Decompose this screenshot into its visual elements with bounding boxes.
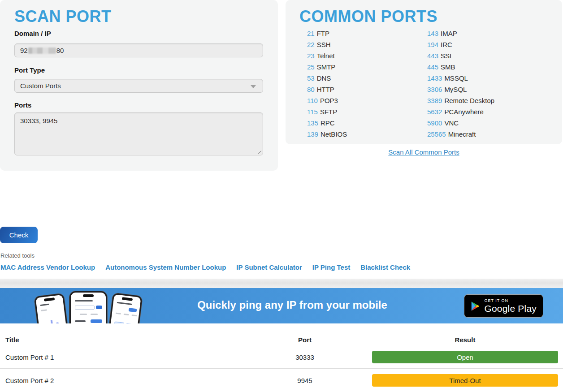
port-number: 135	[307, 119, 318, 127]
google-play-get-it-on: GET IT ON	[484, 298, 537, 303]
phone-mockup-left	[34, 293, 72, 323]
common-ports-panel: COMMON PORTS 21FTP 22SSH 23Telnet 25SMTP…	[286, 0, 562, 144]
google-play-label: Google Play	[484, 303, 537, 314]
result-port: 30333	[247, 353, 363, 361]
scan-results-table: Title Port Result Custom Port # 1 30333 …	[0, 333, 563, 392]
port-name: POP3	[320, 97, 338, 104]
port-item-mssql[interactable]: 1433MSSQL	[427, 73, 494, 84]
port-type-selected-value: Custom Ports	[20, 82, 61, 90]
port-number: 143	[427, 30, 438, 37]
port-item-pop3[interactable]: 110POP3	[307, 95, 347, 106]
phone-mockups-image	[27, 290, 148, 323]
port-name: Telnet	[317, 52, 335, 60]
banner-headline: Quickly ping any IP from your mobile	[197, 299, 387, 311]
section-divider	[0, 279, 563, 288]
related-tools-heading: Related tools	[0, 252, 35, 259]
results-header-row: Title Port Result	[0, 333, 563, 346]
port-name: Minecraft	[448, 130, 476, 138]
port-item-http[interactable]: 80HTTP	[307, 84, 347, 95]
port-item-sftp[interactable]: 115SFTP	[307, 106, 347, 117]
port-name: SSH	[317, 41, 331, 48]
ports-label: Ports	[14, 101, 31, 109]
port-name: SMTP	[317, 63, 336, 71]
port-type-label: Port Type	[14, 66, 45, 74]
ports-textarea[interactable]: 30333, 9945	[14, 112, 263, 155]
port-number: 22	[307, 41, 315, 48]
port-item-smb[interactable]: 445SMB	[427, 61, 494, 73]
port-name: SSL	[441, 52, 453, 60]
link-mac-address-vendor-lookup[interactable]: MAC Address Vendor Lookup	[0, 263, 95, 271]
port-number: 3389	[427, 97, 442, 104]
check-button[interactable]: Check	[0, 227, 38, 243]
port-name: IRC	[441, 41, 452, 48]
result-row-1: Custom Port # 1 30333 Open	[0, 346, 563, 369]
port-item-rpc[interactable]: 135RPC	[307, 117, 347, 129]
google-play-text: GET IT ON Google Play	[484, 298, 537, 314]
port-name: IMAP	[441, 30, 457, 37]
port-name: SFTP	[320, 108, 337, 116]
port-item-dns[interactable]: 53DNS	[307, 73, 347, 84]
google-play-icon	[471, 299, 479, 314]
domain-ip-input[interactable]: 9280	[14, 43, 263, 57]
masked-ip-segment	[28, 47, 56, 54]
port-number: 115	[307, 108, 318, 116]
port-item-vnc[interactable]: 5900VNC	[427, 117, 494, 129]
port-item-imap[interactable]: 143IMAP	[427, 28, 494, 39]
port-item-irc[interactable]: 194IRC	[427, 39, 494, 50]
link-ip-subnet-calculator[interactable]: IP Subnet Calculator	[236, 263, 302, 271]
status-badge-open: Open	[372, 351, 558, 363]
port-item-pcanywhere[interactable]: 5632PCAnywhere	[427, 106, 494, 117]
port-number: 1433	[427, 74, 442, 82]
port-item-ssh[interactable]: 22SSH	[307, 39, 347, 50]
phone-mockup-middle	[69, 291, 107, 323]
port-number: 80	[307, 86, 315, 93]
page: SCAN PORT Domain / IP 9280 Port Type Cus…	[0, 0, 563, 392]
google-play-badge[interactable]: GET IT ON Google Play	[464, 294, 543, 318]
port-name: VNC	[444, 119, 459, 127]
port-name: SMB	[441, 63, 455, 71]
header-result: Result	[363, 336, 558, 344]
port-name: HTTP	[317, 86, 334, 93]
port-number: 21	[307, 30, 315, 37]
port-number: 5632	[427, 108, 442, 116]
resize-grip-icon[interactable]	[256, 148, 261, 154]
port-number: 3306	[427, 86, 442, 93]
mobile-app-banner: Quickly ping any IP from your mobile GET…	[0, 288, 563, 323]
related-tools-links: MAC Address Vendor Lookup Autonomous Sys…	[0, 263, 410, 271]
port-item-mysql[interactable]: 3306MySQL	[427, 84, 494, 95]
domain-ip-value-suffix: 80	[56, 47, 64, 54]
result-row-2: Custom Port # 2 9945 Timed-Out	[0, 369, 563, 392]
port-item-remote-desktop[interactable]: 3389Remote Desktop	[427, 95, 494, 106]
link-asn-lookup[interactable]: Autonomous System Number Lookup	[105, 263, 226, 271]
port-item-smtp[interactable]: 25SMTP	[307, 61, 347, 73]
port-item-ftp[interactable]: 21FTP	[307, 28, 347, 39]
header-title: Title	[0, 336, 247, 344]
port-number: 194	[427, 41, 438, 48]
port-number: 25	[307, 63, 315, 71]
header-port: Port	[247, 336, 363, 344]
link-ip-ping-test[interactable]: IP Ping Test	[312, 263, 350, 271]
scan-all-common-ports-link[interactable]: Scan All Common Ports	[388, 148, 459, 156]
scan-port-title: SCAN PORT	[14, 7, 112, 26]
port-item-minecraft[interactable]: 25565Minecraft	[427, 129, 494, 140]
port-number: 110	[307, 97, 318, 104]
port-item-netbios[interactable]: 139NetBIOS	[307, 129, 347, 140]
port-item-telnet[interactable]: 23Telnet	[307, 50, 347, 61]
port-name: NetBIOS	[320, 130, 347, 138]
port-name: MySQL	[444, 86, 467, 93]
port-item-ssl[interactable]: 443SSL	[427, 50, 494, 61]
domain-ip-label: Domain / IP	[14, 30, 51, 37]
status-badge-timed-out: Timed-Out	[372, 374, 558, 387]
common-ports-column-2: 143IMAP 194IRC 443SSL 445SMB 1433MSSQL 3…	[427, 28, 494, 140]
result-title: Custom Port # 2	[0, 377, 247, 384]
scan-port-panel: SCAN PORT Domain / IP 9280 Port Type Cus…	[0, 0, 278, 171]
port-name: PCAnywhere	[444, 108, 484, 116]
port-type-select[interactable]: Custom Ports	[14, 79, 263, 93]
port-number: 139	[307, 130, 318, 138]
port-number: 23	[307, 52, 315, 60]
port-name: MSSQL	[444, 74, 468, 82]
common-ports-title: COMMON PORTS	[299, 7, 437, 26]
link-blacklist-check[interactable]: Blacklist Check	[360, 263, 410, 271]
port-number: 445	[427, 63, 438, 71]
domain-ip-value-prefix: 92	[20, 47, 28, 54]
